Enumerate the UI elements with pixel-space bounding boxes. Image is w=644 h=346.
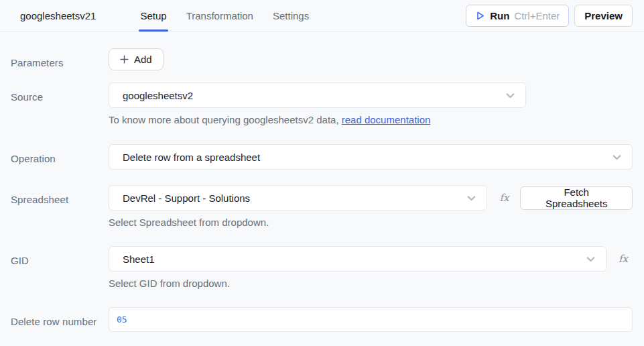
add-parameter-button[interactable]: Add (109, 48, 164, 70)
run-shortcut: Ctrl+Enter (514, 10, 560, 21)
delete-row-number-input[interactable]: 05 (109, 307, 633, 332)
read-documentation-link[interactable]: read documentation (342, 114, 431, 125)
source-helper-text: To know more about querying googlesheets… (109, 114, 633, 125)
gid-select[interactable]: Sheet1 (109, 246, 606, 272)
delete-row-number-row: Delete row number 05 (11, 307, 633, 332)
source-helper-prefix: To know more about querying googlesheets… (109, 114, 342, 125)
run-button-label: Run (490, 10, 509, 21)
operation-label: Operation (11, 144, 109, 170)
gid-row: GID Sheet1 fx Select GID from dropdown. (11, 246, 633, 289)
chevron-down-icon (466, 192, 477, 204)
tab-setup-label: Setup (140, 10, 166, 21)
parameters-row: Parameters Add (11, 48, 633, 71)
query-editor-header: googlesheetsv21 Setup Transformation Set… (0, 0, 644, 32)
operation-row: Operation Delete row from a spreadsheet (11, 144, 633, 170)
tab-settings[interactable]: Settings (271, 0, 310, 32)
query-setup-form: Parameters Add Source googlesheetsv2 To … (0, 48, 644, 332)
fetch-spreadsheets-button[interactable]: Fetch Spreadsheets (520, 186, 633, 210)
add-parameter-label: Add (134, 54, 152, 65)
editor-tabs: Setup Transformation Settings (139, 0, 327, 32)
gid-label: GID (11, 246, 109, 289)
operation-select[interactable]: Delete row from a spreadsheet (109, 144, 633, 170)
source-row: Source googlesheetsv2 To know more about… (11, 82, 633, 125)
gid-select-value: Sheet1 (123, 253, 155, 265)
run-button[interactable]: Run Ctrl+Enter (466, 5, 569, 27)
source-select-value: googlesheetsv2 (123, 90, 193, 101)
spreadsheet-select-value: DevRel - Support - Solutions (123, 192, 250, 204)
delete-row-number-value: 05 (117, 315, 127, 324)
fetch-spreadsheets-label: Fetch Spreadsheets (531, 186, 621, 209)
fx-toggle-icon[interactable]: fx (619, 253, 628, 265)
chevron-down-icon (585, 253, 596, 265)
gid-helper-text: Select GID from dropdown. (109, 278, 633, 289)
preview-button[interactable]: Preview (574, 5, 633, 27)
source-label: Source (11, 82, 109, 125)
source-select[interactable]: googlesheetsv2 (109, 82, 526, 108)
preview-button-label: Preview (584, 10, 623, 21)
query-title: googlesheetsv21 (20, 10, 96, 21)
spreadsheet-label: Spreadsheet (11, 185, 109, 228)
add-plus-icon (120, 55, 129, 64)
run-play-icon (475, 11, 485, 21)
spreadsheet-row: Spreadsheet DevRel - Support - Solutions… (11, 185, 633, 228)
tab-setup[interactable]: Setup (139, 0, 168, 32)
tab-settings-label: Settings (273, 10, 309, 21)
tab-transformation[interactable]: Transformation (185, 0, 255, 32)
spreadsheet-helper-text: Select Spreadsheet from dropdown. (109, 217, 633, 228)
parameters-label: Parameters (11, 48, 109, 71)
fx-toggle-icon[interactable]: fx (499, 192, 509, 204)
operation-select-value: Delete row from a spreadsheet (123, 152, 260, 163)
spreadsheet-select[interactable]: DevRel - Support - Solutions (109, 185, 487, 211)
delete-row-number-label: Delete row number (11, 307, 109, 332)
tab-transformation-label: Transformation (186, 10, 253, 21)
chevron-down-icon (611, 152, 623, 163)
chevron-down-icon (505, 90, 516, 101)
header-actions: Run Ctrl+Enter Preview (466, 5, 633, 27)
